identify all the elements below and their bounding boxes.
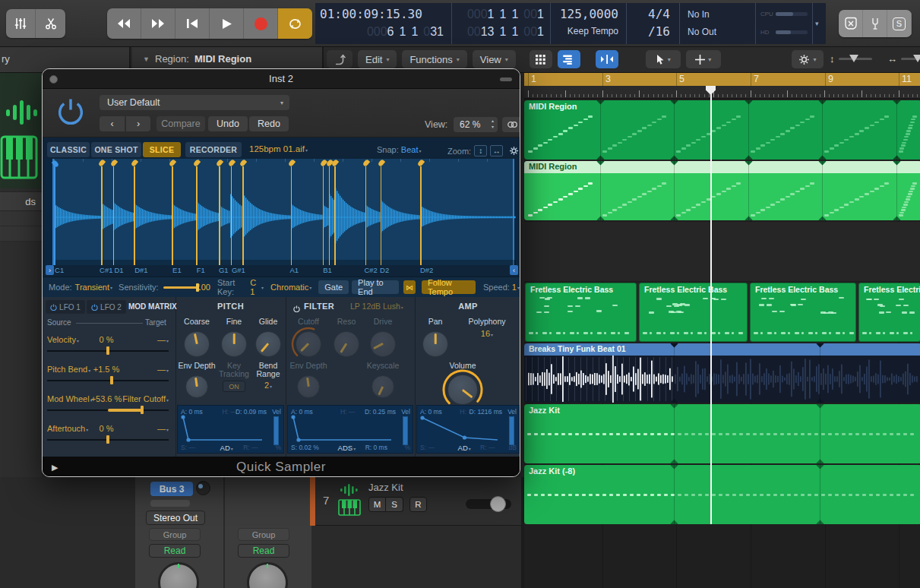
sample-loop-region[interactable] bbox=[52, 159, 514, 265]
previous-preset-button[interactable]: ‹ bbox=[100, 116, 125, 131]
slice-marker[interactable] bbox=[329, 166, 330, 265]
send-knob[interactable] bbox=[196, 481, 210, 495]
filter-power-icon[interactable] bbox=[293, 302, 300, 315]
volume-slider[interactable] bbox=[466, 499, 511, 509]
signature-division[interactable]: /16 bbox=[648, 24, 670, 39]
vertical-zoom-slider[interactable]: ↕ bbox=[830, 53, 872, 65]
lfo1-tab[interactable]: LFO 1 bbox=[46, 300, 85, 314]
env-mode-selector[interactable]: ADS▾ bbox=[338, 444, 356, 452]
envelope-display[interactable]: A: 0 msH: —D: 0.09 msVelS: —AD▾R: —% bbox=[177, 405, 284, 454]
smpte-position-beats[interactable]: 000611031 bbox=[362, 24, 444, 39]
locator-right[interactable]: 001311001 bbox=[462, 24, 544, 39]
envelope-display[interactable]: A: 0 msH: —D: 1216 msVelS: —AD▾R: —dB bbox=[416, 405, 520, 454]
knob-keyscale[interactable] bbox=[371, 375, 394, 398]
env-mode-selector[interactable]: AD▾ bbox=[458, 444, 471, 452]
slice-marker[interactable] bbox=[113, 166, 115, 265]
group-button[interactable]: Group bbox=[149, 528, 201, 541]
knob-env-depth[interactable] bbox=[185, 375, 208, 398]
slice-marker[interactable] bbox=[231, 166, 232, 265]
loop-end-handle[interactable]: ‹ bbox=[510, 265, 518, 275]
key-tracking-on-button[interactable]: ON bbox=[223, 381, 245, 392]
start-marker-line[interactable] bbox=[54, 165, 55, 265]
group-button[interactable]: Group bbox=[238, 528, 289, 541]
midi-region[interactable]: Jazz Kit (-8) bbox=[524, 465, 920, 524]
plugin-titlebar[interactable]: Inst 2 bbox=[43, 69, 520, 89]
midi-region[interactable]: Fretless Electric Bass bbox=[639, 283, 748, 342]
signature-numerator[interactable]: 4/4 bbox=[648, 7, 670, 21]
playhead[interactable] bbox=[710, 86, 712, 524]
zoom-horizontal-icon[interactable]: ↔ bbox=[490, 145, 503, 156]
mod-target[interactable]: Filter Cutoff▾ bbox=[122, 394, 169, 403]
compare-button[interactable]: Compare bbox=[156, 116, 205, 131]
lcd-position-smpte[interactable]: 01:00:09:15.30 000611031 bbox=[315, 3, 452, 44]
pointer-tool-menu[interactable]: ▾ bbox=[646, 50, 681, 68]
mod-slider-handle[interactable] bbox=[110, 376, 113, 384]
knob-pan[interactable] bbox=[422, 331, 448, 357]
slice-marker[interactable] bbox=[323, 166, 324, 265]
editors-view-icon[interactable] bbox=[558, 50, 580, 68]
go-to-beginning-button[interactable] bbox=[175, 8, 210, 39]
minimize-pill-icon[interactable] bbox=[500, 77, 512, 81]
menu-edit[interactable]: Edit▾ bbox=[358, 50, 397, 68]
automation-read-button[interactable]: Read bbox=[149, 544, 201, 558]
lcd-tempo[interactable]: 125,0000 Keep Tempo bbox=[551, 3, 627, 44]
play-button[interactable] bbox=[210, 8, 244, 39]
sensitivity-slider-handle[interactable] bbox=[196, 283, 199, 292]
forward-button[interactable] bbox=[141, 8, 175, 39]
midi-region[interactable]: Fretless Electric Bass bbox=[525, 283, 637, 342]
sidebar-list-item[interactable] bbox=[0, 226, 42, 242]
start-key-value[interactable]: C 1 bbox=[250, 278, 261, 296]
position-beats-group[interactable]: 1 bbox=[411, 25, 418, 38]
env-velocity-bar[interactable] bbox=[273, 416, 279, 445]
filter-type-value[interactable]: LP 12dB Lush▾ bbox=[350, 302, 403, 311]
tempo-mode[interactable]: Keep Tempo bbox=[567, 26, 618, 36]
waveform-settings-menu[interactable]: ▾ bbox=[509, 146, 520, 156]
locator-group[interactable]: 001 bbox=[523, 8, 544, 21]
locator-group[interactable]: 1 bbox=[511, 8, 518, 21]
slice-marker[interactable] bbox=[101, 166, 103, 265]
send-level-bar[interactable] bbox=[150, 500, 190, 507]
play-to-end-button[interactable]: Play to End bbox=[352, 280, 399, 294]
mod-amount[interactable]: +1.5 % bbox=[84, 365, 128, 374]
track-name[interactable]: Jazz Kit bbox=[368, 482, 403, 493]
preset-dropdown[interactable]: User Default ▾ bbox=[100, 95, 289, 110]
zoom-vertical-icon[interactable]: ↕ bbox=[474, 145, 487, 156]
tempo-value[interactable]: 125,0000 bbox=[560, 7, 618, 21]
lcd-midi-io[interactable]: No In No Out bbox=[680, 3, 756, 44]
secondary-tool-menu[interactable]: ▾ bbox=[686, 50, 721, 68]
lcd-mode-chevron[interactable]: ▾ bbox=[813, 3, 826, 44]
solo-mode-button[interactable]: S bbox=[887, 10, 912, 37]
automation-read-button[interactable]: Read bbox=[238, 544, 289, 558]
snap-value[interactable]: Beat bbox=[401, 145, 419, 154]
slice-marker[interactable] bbox=[196, 166, 198, 265]
grid-view-icon[interactable] bbox=[530, 50, 552, 68]
bus-send-button[interactable]: Bus 3 bbox=[150, 482, 193, 496]
lfo2-tab[interactable]: LFO 2 bbox=[87, 300, 126, 314]
mode-value[interactable]: Transient bbox=[75, 283, 109, 292]
envelope-display[interactable]: A: 0 msH: —D: 0.25 msVelS: 0.02 %ADS▾R: … bbox=[287, 405, 413, 454]
slice-marker[interactable] bbox=[172, 166, 173, 265]
sidebar-list-item[interactable]: ds bbox=[0, 191, 42, 211]
menu-functions[interactable]: Functions▾ bbox=[402, 50, 466, 68]
sampler-tab-slice[interactable]: SLICE bbox=[143, 142, 181, 157]
power-icon[interactable] bbox=[55, 96, 87, 128]
pan-knob[interactable] bbox=[247, 562, 288, 588]
undo-arrow-icon[interactable] bbox=[327, 50, 353, 68]
scissors-icon[interactable] bbox=[36, 9, 65, 38]
sensitivity-slider[interactable] bbox=[163, 283, 193, 292]
mod-target[interactable]: —▾ bbox=[157, 365, 169, 374]
mod-target[interactable]: —▾ bbox=[157, 424, 169, 433]
record-enable-button[interactable]: R bbox=[409, 497, 427, 512]
record-button[interactable] bbox=[244, 8, 278, 39]
slice-marker[interactable] bbox=[242, 166, 244, 265]
mod-slider-track[interactable] bbox=[47, 380, 169, 381]
mod-source[interactable]: Velocity▾ bbox=[47, 335, 79, 344]
sampler-tab-classic[interactable]: CLASSIC bbox=[47, 142, 90, 157]
expand-triangle-icon[interactable]: ▶ bbox=[52, 463, 58, 473]
track-config-menu[interactable]: ▾ bbox=[792, 50, 824, 68]
knob-fine[interactable] bbox=[221, 331, 247, 357]
knob-coarse[interactable] bbox=[184, 331, 210, 357]
tuner-icon[interactable] bbox=[863, 10, 887, 37]
undo-button[interactable]: Undo bbox=[208, 116, 248, 131]
position-beats-group[interactable]: 1 bbox=[399, 25, 406, 38]
